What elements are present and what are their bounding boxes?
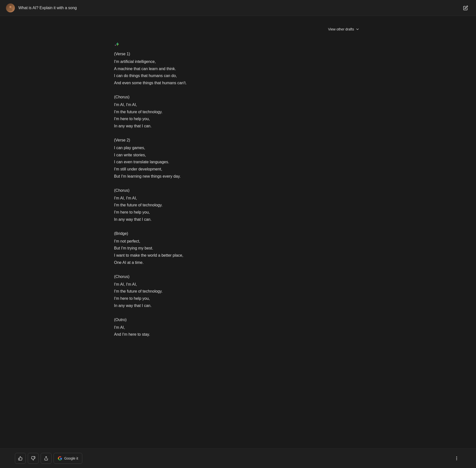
avatar	[6, 3, 15, 12]
song-section-bridge: (Bridge)I'm not perfect,But I'm trying m…	[114, 230, 362, 266]
google-it-label: Google it	[64, 456, 78, 460]
song-line-chorus2-1: I'm the future of technology.	[114, 202, 362, 209]
page-title: What is AI? Explain it with a song	[18, 6, 461, 10]
google-it-button[interactable]: Google it	[54, 453, 82, 464]
song-line-verse1-3: And even some things that humans can't.	[114, 80, 362, 87]
song-line-chorus1-2: I'm here to help you,	[114, 115, 362, 123]
song-section-header-outro: (Outro)	[114, 316, 362, 324]
song-section-outro: (Outro)I'm AI,And I'm here to stay.	[114, 316, 362, 338]
song-line-verse2-1: I can write stories,	[114, 152, 362, 159]
song-section-header-bridge: (Bridge)	[114, 230, 362, 237]
thumbs-down-icon	[31, 456, 35, 461]
chevron-down-icon	[356, 27, 359, 31]
share-button[interactable]	[41, 453, 52, 464]
more-options-button[interactable]	[452, 454, 461, 463]
song-section-chorus1: (Chorus)I'm AI, I'm AI,I'm the future of…	[114, 94, 362, 130]
thumbs-up-icon	[18, 456, 23, 461]
response-container	[114, 41, 362, 49]
song-section-header-verse2: (Verse 2)	[114, 137, 362, 144]
action-buttons-left: Google it	[15, 453, 82, 464]
view-other-drafts-label: View other drafts	[328, 27, 354, 31]
thumbs-up-button[interactable]	[15, 453, 26, 464]
svg-point-0	[9, 6, 11, 8]
drafts-bar: View other drafts	[114, 26, 362, 33]
action-bar-right	[452, 454, 461, 463]
song-line-verse1-1: A machine that can learn and think.	[114, 65, 362, 73]
edit-button[interactable]	[461, 3, 470, 12]
svg-point-3	[456, 456, 457, 457]
song-line-verse2-4: But I'm learning new things every day.	[114, 173, 362, 180]
song-line-chorus3-0: I'm AI, I'm AI,	[114, 281, 362, 288]
main-content: View other drafts	[99, 16, 377, 355]
song-line-bridge-2: I want to make the world a better place,	[114, 252, 362, 259]
song-section-verse1: (Verse 1)I'm artificial intelligence,A m…	[114, 51, 362, 87]
thumbs-down-button[interactable]	[28, 453, 39, 464]
song-line-chorus3-1: I'm the future of technology.	[114, 288, 362, 295]
song-line-bridge-3: One AI at a time.	[114, 259, 362, 266]
song-line-chorus1-1: I'm the future of technology.	[114, 109, 362, 116]
song-line-chorus2-3: In any way that I can.	[114, 216, 362, 223]
share-icon	[44, 456, 48, 461]
song-line-verse1-0: I'm artificial intelligence,	[114, 58, 362, 65]
song-line-outro-0: I'm AI,	[114, 324, 362, 331]
action-bar: Google it	[0, 448, 476, 468]
song-line-chorus1-3: In any way that I can.	[114, 123, 362, 130]
svg-point-4	[456, 458, 457, 459]
song-section-header-chorus3: (Chorus)	[114, 273, 362, 280]
svg-point-5	[456, 459, 457, 460]
song-section-chorus2: (Chorus)I'm AI, I'm AI,I'm the future of…	[114, 187, 362, 223]
more-vertical-icon	[454, 456, 459, 461]
song-line-chorus2-2: I'm here to help you,	[114, 209, 362, 216]
song-line-chorus3-3: In any way that I can.	[114, 302, 362, 309]
song-line-chorus3-2: I'm here to help you,	[114, 295, 362, 302]
song-line-chorus1-0: I'm AI, I'm AI,	[114, 101, 362, 109]
view-other-drafts-button[interactable]: View other drafts	[326, 26, 362, 33]
song-section-verse2: (Verse 2)I can play games,I can write st…	[114, 137, 362, 180]
song-section-header-verse1: (Verse 1)	[114, 51, 362, 58]
song-line-bridge-1: But I'm trying my best.	[114, 245, 362, 252]
song-line-verse2-0: I can play games,	[114, 144, 362, 152]
app-header: What is AI? Explain it with a song	[0, 0, 476, 16]
pencil-icon	[463, 5, 468, 10]
song-line-verse2-2: I can even translate languages.	[114, 159, 362, 166]
song-section-header-chorus2: (Chorus)	[114, 187, 362, 194]
google-logo-icon	[58, 456, 62, 461]
song-line-verse2-3: I'm still under development,	[114, 166, 362, 173]
song-section-chorus3: (Chorus)I'm AI, I'm AI,I'm the future of…	[114, 273, 362, 309]
song-line-bridge-0: I'm not perfect,	[114, 238, 362, 245]
svg-point-1	[8, 9, 12, 11]
song-line-outro-1: And I'm here to stay.	[114, 331, 362, 338]
song-line-verse1-2: I can do things that humans can do,	[114, 72, 362, 80]
song-section-header-chorus1: (Chorus)	[114, 94, 362, 101]
song-content: (Verse 1)I'm artificial intelligence,A m…	[114, 51, 362, 338]
gemini-sparkle-icon	[114, 42, 121, 49]
song-line-chorus2-0: I'm AI, I'm AI,	[114, 195, 362, 202]
